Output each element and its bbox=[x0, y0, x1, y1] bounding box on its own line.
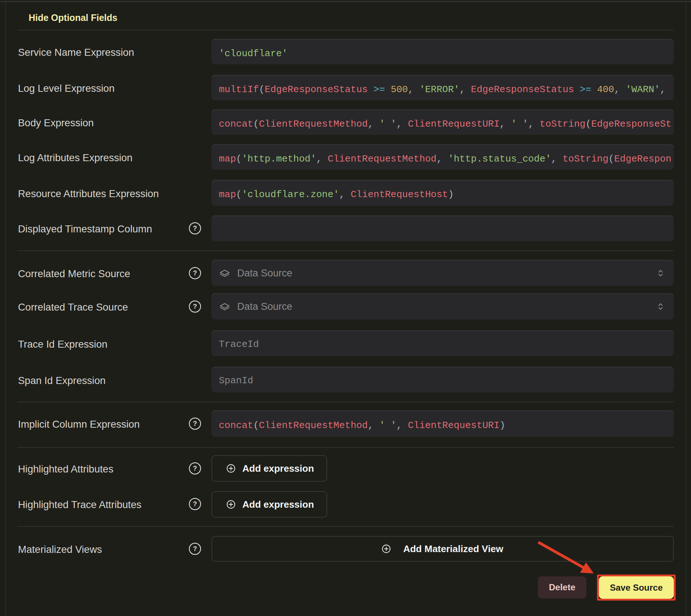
svg-text:?: ? bbox=[193, 500, 197, 508]
svg-text:?: ? bbox=[193, 420, 197, 427]
svg-text:?: ? bbox=[193, 545, 197, 552]
svg-text:?: ? bbox=[193, 225, 197, 232]
svg-text:?: ? bbox=[193, 303, 197, 310]
svg-text:?: ? bbox=[193, 465, 197, 472]
svg-text:?: ? bbox=[193, 269, 197, 277]
